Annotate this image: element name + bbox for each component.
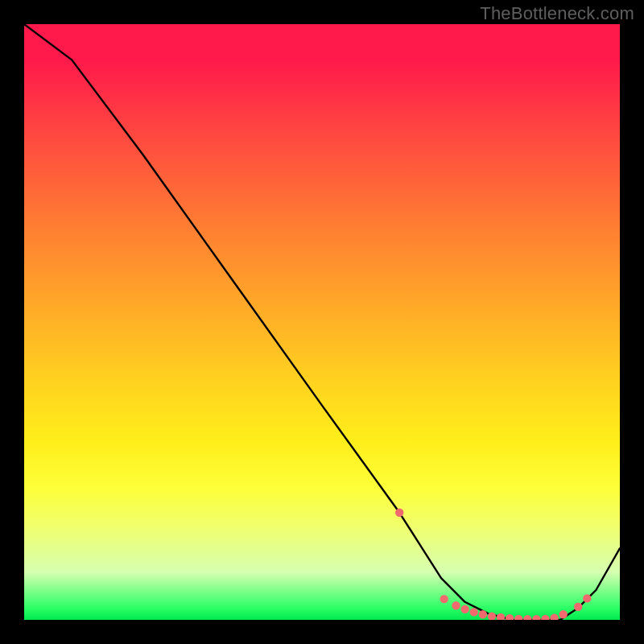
- marker-group: [395, 509, 592, 620]
- curve-marker: [395, 509, 403, 517]
- curve-marker: [559, 610, 568, 618]
- watermark-text: TheBottleneck.com: [480, 3, 634, 24]
- curve-marker: [532, 615, 540, 620]
- curve-marker: [460, 605, 469, 613]
- curve-marker: [514, 615, 522, 620]
- chart-frame: TheBottleneck.com: [0, 0, 644, 644]
- curve-marker: [550, 614, 558, 620]
- curve-marker: [470, 608, 478, 616]
- curve-marker: [574, 603, 582, 611]
- curve-marker: [440, 595, 448, 603]
- curve-marker: [479, 610, 487, 618]
- bottleneck-curve-line: [24, 24, 620, 620]
- plot-area: [24, 24, 620, 620]
- curve-marker: [583, 594, 591, 602]
- curve-marker: [452, 601, 460, 609]
- curve-marker: [541, 615, 549, 620]
- curve-marker: [506, 614, 514, 620]
- curve-marker: [497, 613, 505, 620]
- curve-marker: [523, 615, 531, 620]
- chart-svg: [24, 24, 620, 620]
